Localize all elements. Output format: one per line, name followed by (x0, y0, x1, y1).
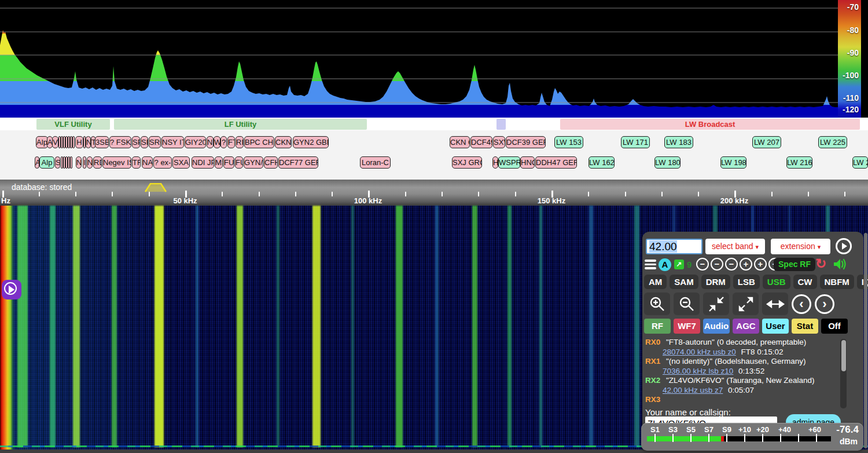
panel-tab[interactable]: Audio (703, 319, 730, 334)
zoom-in-button[interactable] (644, 293, 670, 315)
menu-icon[interactable] (645, 260, 656, 271)
active-rx-button[interactable]: A (659, 258, 671, 271)
station-label[interactable]: FT (227, 136, 235, 148)
frequency-input[interactable]: 42.00 (646, 239, 703, 254)
station-label[interactable]: CKN G (450, 136, 470, 148)
station-label[interactable]: H (492, 156, 498, 169)
mode-button[interactable]: AM (644, 275, 667, 289)
station-label[interactable]: FUG (223, 156, 234, 169)
station-label[interactable]: S (55, 156, 60, 169)
mode-button[interactable]: DRM (701, 275, 730, 289)
panel-tab[interactable]: Stat (792, 319, 818, 334)
station-label[interactable]: CKN (275, 136, 292, 148)
link-arrow-icon[interactable]: ↗ (674, 260, 684, 269)
station-label[interactable]: Loran-C (360, 156, 391, 169)
station-label[interactable]: SXA (172, 156, 190, 169)
station-label[interactable]: TF (132, 156, 141, 169)
passband-indicator[interactable] (145, 183, 167, 192)
zoom-out-max-button[interactable] (733, 293, 759, 315)
station-label[interactable]: ? FSK (109, 136, 131, 148)
station-label[interactable]: GYN2 GBR (293, 136, 329, 148)
station-label[interactable]: ? ex- (153, 156, 172, 169)
station-label[interactable]: CFH (264, 156, 278, 169)
station-label[interactable]: 3SB (95, 136, 109, 148)
station-label[interactable]: DCF49 (470, 136, 492, 148)
rx-frequency-link[interactable]: 42.00 kHz usb z7 (663, 386, 723, 394)
station-label[interactable]: DDH47 GER (535, 156, 577, 169)
panel-tab[interactable]: Off (821, 319, 848, 334)
band-segment[interactable]: LF Utility (114, 119, 367, 130)
spectrum-display[interactable]: -70 -80 -90 -100 -110 -120 (0, 0, 868, 118)
station-label[interactable]: NDI JP (192, 156, 214, 169)
passband-width-button[interactable] (762, 293, 788, 315)
rx-frequency-link[interactable]: 7036.00 kHz lsb z10 (663, 367, 733, 375)
station-label[interactable]: SRC (149, 136, 161, 148)
left-panel-open-button[interactable] (2, 280, 21, 299)
station-label[interactable]: RD (93, 156, 102, 169)
station-label[interactable]: A (35, 156, 39, 169)
wf-adjust-button[interactable]: + (754, 258, 767, 271)
station-label[interactable]: MS (215, 156, 223, 169)
station-label[interactable]: SXJ GRC (452, 156, 482, 169)
station-label[interactable]: SP (132, 136, 140, 148)
panel-tab[interactable]: User (762, 319, 789, 334)
station-label[interactable]: DCF77 GER (278, 156, 318, 169)
panel-tab[interactable]: RF (644, 319, 671, 334)
station-label[interactable]: Negev IS (102, 156, 131, 169)
station-label[interactable]: FU (235, 156, 243, 169)
shift-left-button[interactable]: ‹ (792, 294, 811, 314)
panel-tab[interactable]: AGC (733, 319, 759, 334)
station-label[interactable]: N (86, 136, 91, 148)
station-label[interactable]: RI (236, 136, 244, 148)
station-label[interactable]: WSPR (498, 156, 520, 169)
band-segment[interactable]: VLF Utility (36, 119, 110, 130)
station-label[interactable]: LW 2 (852, 156, 868, 169)
station-label[interactable]: LW 171 (621, 136, 650, 148)
userlist-scrollbar-track[interactable] (840, 339, 847, 408)
mode-button[interactable]: SAM (670, 275, 698, 289)
station-label[interactable]: H (75, 136, 83, 148)
station-label[interactable]: W (214, 136, 220, 148)
station-label[interactable] (72, 136, 75, 148)
station-label[interactable]: NF (207, 136, 214, 148)
mode-button[interactable]: LSB (733, 275, 760, 289)
station-label[interactable]: LW 162 (589, 156, 615, 169)
station-label[interactable]: LW 183 (664, 136, 693, 148)
wf-adjust-button[interactable]: − (711, 258, 723, 271)
station-label[interactable]: SF (141, 136, 148, 148)
panel-tab[interactable]: WF7 (674, 319, 700, 334)
station-label[interactable]: DCF39 GER (506, 136, 546, 148)
station-label[interactable]: Alp (39, 156, 54, 169)
station-label[interactable]: HNG (520, 156, 535, 169)
station-label[interactable]: LW 198 (720, 156, 746, 169)
station-label[interactable] (70, 156, 72, 169)
wf-adjust-button[interactable]: + (740, 258, 752, 271)
userlist-scrollbar-thumb[interactable] (841, 340, 846, 371)
mode-button[interactable]: CW (793, 275, 817, 289)
station-label[interactable]: SXV (493, 136, 505, 148)
wf-adjust-button[interactable]: − (696, 258, 709, 271)
station-label[interactable]: N (76, 156, 82, 169)
refresh-icon[interactable]: ↻ (815, 256, 826, 272)
station-label[interactable]: N (87, 156, 93, 169)
station-label[interactable]: GYN/G (244, 156, 263, 169)
wf-adjust-button[interactable]: − (725, 258, 738, 271)
station-label[interactable]: LW 153 (554, 136, 583, 148)
station-label[interactable]: NAU (142, 156, 153, 169)
shift-right-button[interactable]: › (815, 294, 834, 314)
audio-start-button[interactable] (836, 238, 852, 254)
speaker-icon[interactable] (833, 258, 848, 273)
mode-button[interactable]: USB (763, 275, 790, 289)
station-label[interactable]: NSY IT (161, 136, 184, 148)
frequency-scale[interactable]: database: stored Hz 50 kHz 100 kHz 150 k… (0, 180, 868, 206)
page-scrollbar-thumb[interactable] (864, 233, 867, 448)
station-label[interactable]: I (83, 156, 86, 169)
select-band-dropdown[interactable]: select band ▾ (705, 239, 765, 254)
spec-rf-button[interactable]: Spec RF (774, 258, 815, 271)
zoom-out-button[interactable] (674, 293, 700, 315)
extension-dropdown[interactable]: extension ▾ (771, 239, 830, 254)
station-label[interactable]: Alp (36, 136, 48, 148)
station-label[interactable]: BPC CHN (244, 136, 274, 148)
zoom-to-band-button[interactable] (703, 293, 729, 315)
band-segment[interactable] (496, 119, 506, 130)
